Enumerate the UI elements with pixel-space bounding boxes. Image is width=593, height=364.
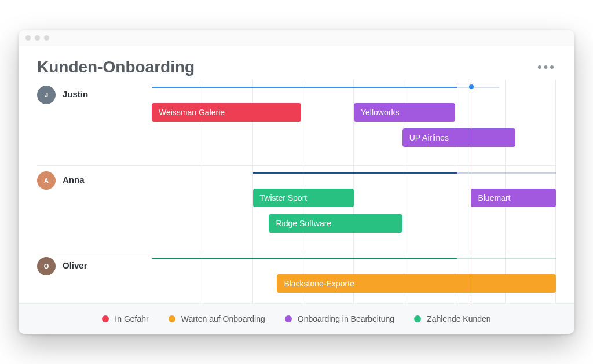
avatar: O [37, 257, 56, 275]
person-name: Justin [63, 89, 88, 99]
legend-label: Warten auf Onboarding [181, 314, 265, 323]
legend-item: Zahlende Kunden [414, 314, 491, 323]
legend-item: In Gefahr [102, 314, 148, 323]
window-dot-1 [25, 35, 31, 41]
page-header: Kunden-Onboarding ••• [19, 46, 574, 80]
window-dot-2 [35, 35, 40, 41]
gantt-timeline: Weissman GalerieYelloworksUP AirlinesTwi… [152, 80, 574, 303]
legend: In GefahrWarten auf OnboardingOnboarding… [19, 303, 574, 334]
swimlane: Blackstone-Exporte [152, 251, 556, 303]
person-name: Anna [63, 175, 85, 185]
window-dot-3 [44, 35, 49, 41]
person-row: JJustin [37, 80, 152, 166]
people-sidebar: JJustinAAnnaOOliver [19, 80, 152, 303]
task-bar[interactable]: Yelloworks [354, 103, 455, 122]
person-axis [253, 172, 457, 174]
page-title: Kunden-Onboarding [37, 58, 195, 76]
legend-dot-icon [169, 315, 175, 322]
swimlane: Twister SportBluemartRidge Software [152, 166, 556, 251]
task-bar[interactable]: Twister Sport [253, 189, 354, 207]
person-axis-future [457, 87, 499, 88]
task-bar[interactable]: Weissman Galerie [152, 103, 301, 122]
legend-dot-icon [102, 315, 109, 322]
person-axis [152, 258, 457, 259]
legend-dot-icon [285, 315, 292, 322]
legend-label: In Gefahr [115, 314, 148, 323]
task-bar[interactable]: Ridge Software [269, 214, 402, 233]
more-menu-button[interactable]: ••• [537, 60, 556, 75]
person-axis-future [457, 258, 556, 259]
swimlane: Weissman GalerieYelloworksUP Airlines [152, 80, 556, 166]
legend-label: Onboarding in Bearbeitung [298, 314, 394, 323]
task-bar[interactable]: Blackstone-Exporte [277, 274, 556, 293]
gantt-board: JJustinAAnnaOOliver Weissman GalerieYell… [19, 80, 574, 303]
legend-dot-icon [414, 315, 421, 322]
legend-label: Zahlende Kunden [427, 314, 491, 323]
app-window: Kunden-Onboarding ••• JJustinAAnnaOOlive… [19, 30, 574, 334]
legend-item: Onboarding in Bearbeitung [285, 314, 394, 323]
person-row: OOliver [37, 251, 152, 303]
task-bar[interactable]: UP Airlines [402, 128, 515, 147]
today-marker [471, 80, 471, 303]
person-axis [152, 87, 457, 88]
person-row: AAnna [37, 166, 152, 251]
person-axis-future [457, 172, 556, 174]
person-name: Oliver [63, 260, 87, 270]
avatar: A [37, 171, 56, 190]
avatar: J [37, 86, 56, 104]
window-titlebar [19, 30, 574, 46]
task-bar[interactable]: Bluemart [471, 189, 556, 207]
legend-item: Warten auf Onboarding [169, 314, 265, 323]
